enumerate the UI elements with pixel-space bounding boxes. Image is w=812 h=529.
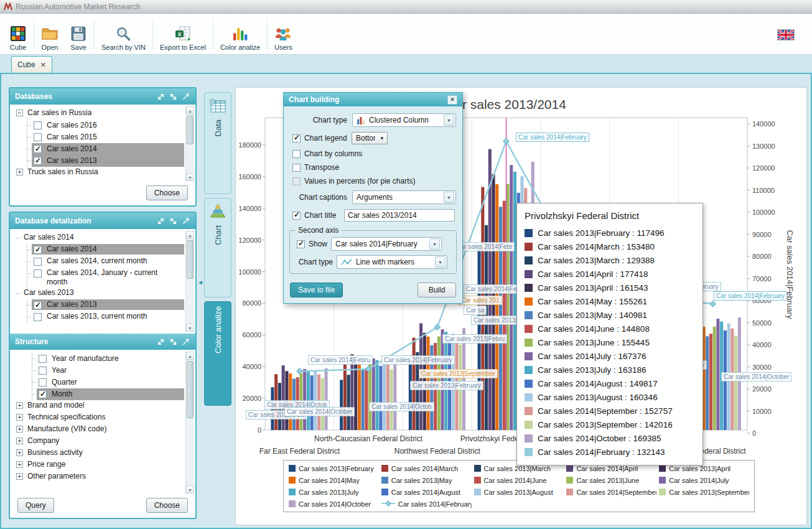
checkbox[interactable] xyxy=(34,258,42,266)
tree-item-label[interactable]: Car sales in Russia xyxy=(26,108,93,118)
checkbox[interactable] xyxy=(34,145,42,153)
tree-item-label[interactable]: Price range xyxy=(26,459,67,470)
chart-type-dropdown[interactable]: Clustered Column ▼ xyxy=(352,113,456,127)
tree-item-label[interactable]: Car sales 2014 xyxy=(45,144,99,154)
legend-item[interactable]: Car sales 2013|September xyxy=(659,489,749,496)
legend-item[interactable]: Car sales 2014|February xyxy=(381,500,472,508)
legend-item[interactable]: Car sales 2014|October xyxy=(289,500,379,508)
second-axis-series-dropdown[interactable]: Car sales 2014|February ▼ xyxy=(331,237,442,251)
legend-item[interactable]: Car sales 2014|March xyxy=(381,465,472,472)
tree-item-label[interactable]: Technical specifications xyxy=(26,412,107,423)
tree-item[interactable]: Car sales 2016 xyxy=(15,119,184,131)
tree-item-label[interactable]: Car sales 2015 xyxy=(45,132,99,143)
tree-item[interactable]: Quarter xyxy=(15,377,184,388)
legend-item[interactable]: Car sales 2013|April xyxy=(659,465,749,472)
second-axis-show-checkbox[interactable] xyxy=(297,240,305,248)
side-tab-data[interactable]: Data xyxy=(204,92,231,194)
tree-item[interactable]: +Other parameters xyxy=(15,471,184,483)
scroll-down-icon[interactable]: ▼ xyxy=(186,173,194,181)
tree-item[interactable]: +Technical specifications xyxy=(15,412,184,424)
checkbox[interactable] xyxy=(34,121,42,129)
save-to-file-button[interactable]: Save to file xyxy=(290,283,343,297)
checkbox[interactable] xyxy=(39,367,47,375)
chart-title-input[interactable] xyxy=(344,209,455,222)
maximize-panel-icon[interactable] xyxy=(181,337,190,347)
export-to-excel-button[interactable]: X Export to Excel xyxy=(154,15,212,54)
collapse-all-icon[interactable] xyxy=(156,92,166,101)
tree-item[interactable]: Car sales 2014, January - current month xyxy=(15,268,184,288)
scroll-down-icon[interactable]: ▼ xyxy=(186,485,194,494)
tree-item-label[interactable]: Other parameters xyxy=(26,471,88,482)
tree-expander-icon[interactable]: + xyxy=(16,402,23,409)
scroll-thumb[interactable] xyxy=(187,240,194,279)
users-button[interactable]: Users xyxy=(269,15,298,54)
structure-scrollbar[interactable]: ▲ ▼ xyxy=(185,352,194,494)
tree-item[interactable]: Car sales 2013 xyxy=(15,299,184,311)
expand-all-icon[interactable] xyxy=(169,217,178,226)
databases-choose-button[interactable]: Choose xyxy=(146,185,188,200)
legend-item[interactable]: Car sales 2013|February xyxy=(289,465,379,472)
cube-button[interactable]: Cube xyxy=(4,15,32,54)
side-tab-color-analize[interactable]: Color analize xyxy=(204,301,231,406)
uk-flag-icon[interactable] xyxy=(777,29,795,40)
tree-expander-icon[interactable]: + xyxy=(16,414,23,421)
tree-item[interactable]: −Car sales in Russia xyxy=(15,108,184,119)
tree-item-label[interactable]: Company xyxy=(26,436,61,446)
tree-item-label[interactable]: Year of manufacture xyxy=(50,353,121,364)
tree-item[interactable]: Car sales 2014 xyxy=(15,143,184,155)
tree-expander-icon[interactable]: + xyxy=(16,449,23,456)
side-tab-chart[interactable]: Chart xyxy=(204,198,231,297)
legend-item[interactable]: Car sales 2013|July xyxy=(289,489,379,496)
tree-expander-icon[interactable]: + xyxy=(16,473,23,480)
legend-item[interactable]: Car sales 2013|June xyxy=(566,477,656,484)
legend-item[interactable]: Car sales 2014|April xyxy=(566,465,656,472)
tree-item[interactable]: Car sales 2015 xyxy=(15,131,184,143)
legend-item[interactable]: Car sales 2013|May xyxy=(381,477,472,484)
query-button[interactable]: Query xyxy=(17,498,54,513)
build-button[interactable]: Build xyxy=(418,283,456,297)
chart-by-columns-checkbox[interactable] xyxy=(292,150,301,158)
tree-item-label[interactable]: Car sales 2014 xyxy=(45,245,99,254)
expand-all-icon[interactable] xyxy=(169,337,178,347)
tree-item[interactable]: +Company xyxy=(15,436,184,447)
tree-item-label[interactable]: Car sales 2014, January - current month xyxy=(45,268,167,287)
open-button[interactable]: Open xyxy=(35,15,64,54)
tree-expander-icon[interactable]: + xyxy=(16,426,23,433)
tree-item[interactable]: Car sales 2014 xyxy=(15,232,184,244)
scroll-up-icon[interactable]: ▲ xyxy=(186,231,194,239)
tree-item-label[interactable]: Business activity xyxy=(26,447,85,458)
tree-item-label[interactable]: Car sales 2014, current month xyxy=(45,256,149,266)
legend-position-dropdown[interactable]: Bottom ▼ xyxy=(352,132,388,144)
legend-item[interactable]: Car sales 2014|July xyxy=(659,477,749,484)
chart-captions-dropdown[interactable]: Arguments ▼ xyxy=(352,190,456,204)
checkbox[interactable] xyxy=(34,313,42,321)
tree-item[interactable]: Car sales 2013 xyxy=(15,288,184,299)
tree-item-label[interactable]: Brand and model xyxy=(26,400,86,411)
scroll-up-icon[interactable]: ▲ xyxy=(186,106,194,115)
tree-item[interactable]: Year of manufacture xyxy=(15,353,184,365)
legend-item[interactable]: Car sales 2013|August xyxy=(474,489,564,496)
scroll-down-icon[interactable]: ▼ xyxy=(186,324,194,332)
scroll-thumb[interactable] xyxy=(187,361,194,418)
expand-all-icon[interactable] xyxy=(169,92,178,101)
chart-title-checkbox[interactable] xyxy=(292,212,301,220)
tree-item[interactable]: +Business activity xyxy=(15,447,184,459)
tree-item-label[interactable]: Car sales 2013 xyxy=(45,156,99,166)
checkbox[interactable] xyxy=(34,133,42,141)
transpose-checkbox[interactable] xyxy=(292,164,301,172)
maximize-panel-icon[interactable] xyxy=(181,217,190,226)
tree-expander-icon[interactable]: − xyxy=(16,110,23,116)
tree-item[interactable]: Car sales 2014, current month xyxy=(15,256,184,268)
checkbox[interactable] xyxy=(34,301,42,309)
tree-item[interactable]: Year xyxy=(15,365,184,377)
checkbox[interactable] xyxy=(34,269,42,278)
tab-close-icon[interactable]: ✕ xyxy=(40,61,46,69)
tree-item-label[interactable]: Quarter xyxy=(50,377,79,388)
tree-item-label[interactable]: Car sales 2013 xyxy=(45,300,99,309)
checkbox[interactable] xyxy=(39,378,47,386)
maximize-panel-icon[interactable] xyxy=(181,92,190,101)
collapse-all-icon[interactable] xyxy=(156,217,166,226)
legend-item[interactable]: Car sales 2014|September xyxy=(566,489,656,496)
scroll-thumb[interactable] xyxy=(187,116,194,144)
values-in-percents-checkbox[interactable] xyxy=(292,177,301,185)
